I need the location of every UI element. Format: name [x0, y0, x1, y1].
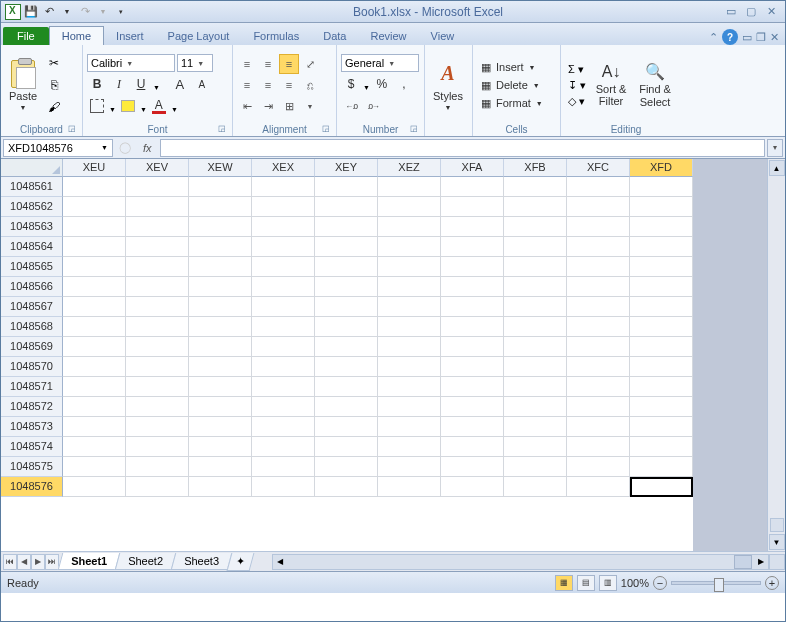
tab-home[interactable]: Home	[49, 26, 104, 45]
align-middle-icon[interactable]: ≡	[258, 54, 278, 74]
cell[interactable]	[378, 397, 441, 417]
minimize-ribbon-icon[interactable]: ⌃	[709, 31, 718, 44]
column-header[interactable]: XEY	[315, 159, 378, 177]
cell[interactable]	[378, 377, 441, 397]
cell[interactable]	[252, 337, 315, 357]
save-icon[interactable]: 💾	[23, 4, 39, 20]
scroll-left-icon[interactable]: ◀	[273, 555, 287, 569]
doc-minimize-icon[interactable]: ▭	[742, 31, 752, 44]
cell[interactable]	[315, 277, 378, 297]
cell[interactable]	[378, 457, 441, 477]
increase-indent-icon[interactable]: ⇥	[258, 96, 278, 116]
cell[interactable]	[504, 277, 567, 297]
currency-button[interactable]: $	[341, 74, 361, 94]
align-bottom-icon[interactable]: ≡	[279, 54, 299, 74]
cell[interactable]	[189, 257, 252, 277]
cell[interactable]	[126, 257, 189, 277]
borders-button[interactable]	[87, 96, 107, 116]
row-header[interactable]: 1048565	[1, 257, 63, 277]
undo-icon[interactable]: ↶	[41, 4, 57, 20]
cell[interactable]	[378, 257, 441, 277]
cell[interactable]	[504, 457, 567, 477]
tab-page-layout[interactable]: Page Layout	[156, 27, 242, 45]
zoom-level[interactable]: 100%	[621, 577, 649, 589]
row-header[interactable]: 1048569	[1, 337, 63, 357]
align-left-icon[interactable]: ≡	[237, 75, 257, 95]
cell[interactable]	[315, 457, 378, 477]
sheet-tab-3[interactable]: Sheet3	[171, 553, 232, 570]
cell[interactable]	[252, 397, 315, 417]
cell[interactable]	[252, 237, 315, 257]
zoom-out-icon[interactable]: −	[653, 576, 667, 590]
column-header[interactable]: XFA	[441, 159, 504, 177]
column-header[interactable]: XEX	[252, 159, 315, 177]
tab-review[interactable]: Review	[358, 27, 418, 45]
cell[interactable]	[63, 437, 126, 457]
cell[interactable]	[315, 197, 378, 217]
doc-restore-icon[interactable]: ❐	[756, 31, 766, 44]
redo-dropdown-icon[interactable]: ▼	[95, 4, 111, 20]
row-header[interactable]: 1048572	[1, 397, 63, 417]
cell[interactable]	[504, 197, 567, 217]
scroll-down-icon[interactable]: ▼	[769, 534, 785, 550]
align-top-icon[interactable]: ≡	[237, 54, 257, 74]
tab-file[interactable]: File	[3, 27, 49, 45]
cell[interactable]	[126, 477, 189, 497]
underline-button[interactable]: U	[131, 74, 151, 94]
cell[interactable]	[441, 257, 504, 277]
cell[interactable]	[63, 257, 126, 277]
row-header[interactable]: 1048561	[1, 177, 63, 197]
cell[interactable]	[126, 297, 189, 317]
cell[interactable]	[630, 197, 693, 217]
column-header[interactable]: XFC	[567, 159, 630, 177]
cell[interactable]	[252, 297, 315, 317]
cell[interactable]	[189, 317, 252, 337]
delete-cells-button[interactable]: ▦Delete▼	[477, 77, 545, 93]
cell[interactable]	[567, 297, 630, 317]
cell[interactable]	[252, 197, 315, 217]
cell[interactable]	[504, 337, 567, 357]
row-header[interactable]: 1048564	[1, 237, 63, 257]
cell[interactable]	[630, 377, 693, 397]
row-header[interactable]: 1048570	[1, 357, 63, 377]
qat-customize-icon[interactable]: ▾	[113, 4, 129, 20]
sort-filter-button[interactable]: A↓ Sort & Filter	[589, 61, 633, 109]
cell[interactable]	[189, 417, 252, 437]
select-all-corner[interactable]	[1, 159, 63, 177]
cell[interactable]	[504, 317, 567, 337]
cell[interactable]	[441, 277, 504, 297]
cell[interactable]	[189, 337, 252, 357]
cell[interactable]	[378, 277, 441, 297]
cell[interactable]	[441, 337, 504, 357]
cell[interactable]	[378, 417, 441, 437]
sheet-tab-2[interactable]: Sheet2	[115, 553, 176, 570]
cell[interactable]	[189, 237, 252, 257]
cell[interactable]	[315, 377, 378, 397]
hscroll-thumb[interactable]	[734, 555, 752, 569]
cell[interactable]	[252, 477, 315, 497]
tab-formulas[interactable]: Formulas	[241, 27, 311, 45]
merge-dropdown-icon[interactable]: ▼	[300, 96, 320, 116]
cell[interactable]	[567, 477, 630, 497]
cell[interactable]	[189, 357, 252, 377]
cell[interactable]	[378, 217, 441, 237]
cell[interactable]	[630, 397, 693, 417]
cell[interactable]	[126, 357, 189, 377]
styles-button[interactable]: A Styles ▼	[429, 58, 467, 113]
first-sheet-icon[interactable]: ⏮	[3, 554, 17, 570]
autosum-button[interactable]: Σ ▾	[568, 63, 584, 76]
cell[interactable]	[189, 297, 252, 317]
cell[interactable]	[189, 437, 252, 457]
percent-button[interactable]: %	[372, 74, 392, 94]
cell[interactable]	[315, 417, 378, 437]
tab-view[interactable]: View	[419, 27, 467, 45]
minimize-icon[interactable]: ▭	[723, 5, 739, 19]
split-box-icon[interactable]	[770, 518, 784, 532]
font-name-combo[interactable]: Calibri▼	[87, 54, 175, 72]
cell[interactable]	[315, 397, 378, 417]
cell[interactable]	[378, 177, 441, 197]
cell[interactable]	[63, 377, 126, 397]
cell[interactable]	[126, 397, 189, 417]
cell[interactable]	[189, 177, 252, 197]
cell[interactable]	[63, 457, 126, 477]
